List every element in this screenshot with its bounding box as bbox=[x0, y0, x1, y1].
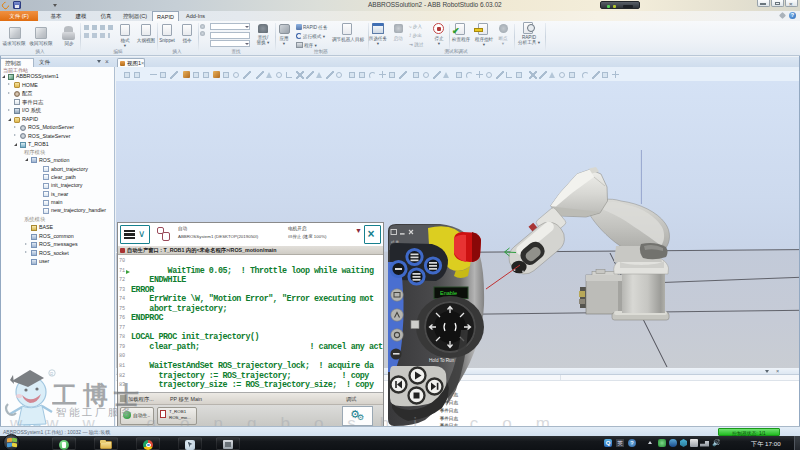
svg-text:Enable: Enable bbox=[440, 290, 457, 296]
svg-text:⇄ ⊕: ⇄ ⊕ bbox=[391, 239, 399, 244]
svg-text:Hold To Run: Hold To Run bbox=[429, 358, 455, 363]
